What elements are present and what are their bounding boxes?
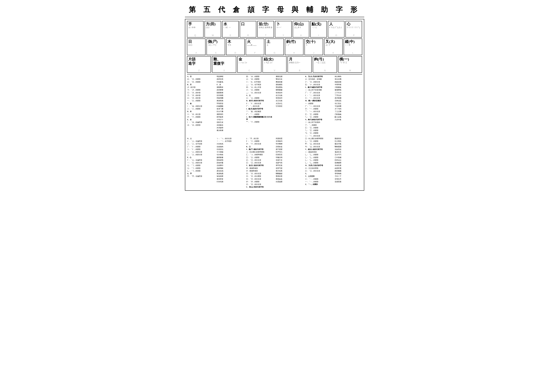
text-line: N、鉤(弓)鉤的代表字母 — [305, 119, 332, 121]
text-line: 已：「囗」的衍生形 — [246, 159, 274, 161]
text-line: 乚：「乚」的變形 — [305, 156, 332, 159]
char-key: M — [339, 69, 361, 72]
key-cell-Q: 手 㐅ㄐ丰丰 Q — [187, 21, 204, 37]
char-sub: く弋乙 ├ト — [264, 61, 285, 69]
text-line: 乙駝跑她 — [335, 113, 362, 116]
text-line: 打扶托插 — [217, 181, 244, 183]
char-sub — [188, 66, 210, 69]
text-line: C、金 — [187, 102, 214, 105]
bottom-text: A、日曰：「日」的變形囗：「日」的橫形B、月夕：斜月形刁：「夕」的變形冂：「月」… — [187, 74, 362, 189]
char-main: 橫(一) — [339, 57, 361, 61]
text-line: 邦貴契慧 — [276, 137, 303, 140]
text-line: 沐消滲滑 — [217, 127, 244, 129]
text-column-2: 垩：「水」的變形义：「水」的變形∺：「火」在字尾形灬：「火」在字尾形些：「火」的… — [246, 75, 274, 137]
text-line: 义：「水」的變形 — [246, 78, 274, 80]
text-line: 罕骨受堂 — [217, 102, 244, 105]
text-line: 乛：「一」的衍生形 — [305, 110, 332, 113]
text-line: 口：「月」的外形 — [187, 97, 214, 99]
text-line: 乀：「乙」的變形 — [305, 129, 332, 132]
text-line: 艹：「十」的變形 — [246, 121, 274, 123]
char-sub: 忄忄忄忄 忄忄乀 — [347, 26, 361, 34]
text-line: 冂：「月」的外形 — [187, 92, 214, 94]
text-line: B、月 — [187, 84, 214, 86]
text-line: 由苗啞電 — [335, 167, 362, 169]
text-line: 乙：「乙」的變形 — [305, 113, 332, 116]
char-key: H — [286, 52, 302, 54]
text-line: 乚：「乚」的變形 — [305, 159, 332, 161]
char-key: S — [208, 52, 224, 54]
text-line: 普共其典 — [276, 170, 303, 172]
text-line: 弓強弟費 — [335, 105, 362, 107]
text-line: 乙：「乙」的變形 — [305, 127, 332, 129]
text-line: 一：的變形 — [305, 102, 332, 105]
char-sub: 卜一㇒ — [276, 26, 290, 34]
char-key: P — [347, 34, 361, 36]
char-main: 日 — [188, 40, 204, 44]
text-line: 已：「囗」的衍生形 — [246, 162, 274, 164]
text-line: 口：「口」的衍生形 — [305, 170, 332, 172]
text-line: 囗：「日」的橫形 — [187, 81, 214, 83]
text-line: 些：「火」的上半形 — [246, 86, 274, 88]
text-line: 冰泉森余 — [217, 124, 244, 126]
char-key: I — [312, 34, 325, 36]
text-line: 灬：「火」的衍生形 — [246, 92, 274, 94]
text-line: 吉王任政 — [276, 100, 303, 102]
char-main: 手 — [188, 22, 202, 26]
text-line: 甲：「山」的衍生形 — [305, 143, 332, 145]
key-cell-Y: 卜 卜一㇒ Y — [275, 21, 291, 37]
text-line: A、日 — [187, 75, 214, 78]
text-line: 囗：「口」的變形 — [246, 156, 274, 159]
text-line: X、 — [305, 172, 332, 175]
text-line: 彳：「彳」的衍生形 — [246, 102, 274, 105]
text-line: 拿拿掌拿 — [217, 178, 244, 180]
text-line: 朋殼燃慌 — [276, 84, 303, 86]
char-main: 並(廿) — [259, 22, 273, 26]
char-key: A — [188, 52, 204, 54]
text-line: 廾：「十」的衍生形 — [246, 143, 274, 145]
text-line: 革甲世某 — [276, 164, 303, 167]
text-line: 匚：「コ」的標準體形 — [246, 154, 274, 156]
text-line: 十：「木」的主形 — [187, 113, 214, 116]
char-sub: 卜 — [306, 44, 322, 52]
text-line: 衣表良展 — [335, 164, 362, 167]
key-cell-M: 橫(一) 乛厂亓 工 M — [338, 56, 362, 73]
text-line: 被補襟梳 — [335, 89, 362, 91]
key-cell-I: 點(戈) 丶丿厶 I — [310, 21, 327, 37]
text-line: 柔也也他 — [217, 170, 244, 172]
text-line: 亓：「一」的變形 — [305, 108, 332, 110]
char-sub: 乂丿疒 — [325, 44, 341, 52]
text-line: 氏民以以 — [335, 159, 362, 161]
text-line: 三于天示 — [335, 92, 362, 94]
key-cell-T: 並(廿) 廿卅止 並井用 並 T — [257, 21, 274, 37]
text-line: 酒西四匹 — [217, 113, 244, 116]
text-line: 厶：「人」的部分形 — [187, 151, 214, 153]
text-line: R、口 — [246, 146, 274, 148]
text-line: 言母玄丹 — [335, 178, 362, 180]
text-line: 也秋五皮 — [217, 121, 244, 124]
text-line: 刁：「夕」的變形 — [187, 89, 214, 91]
char-key: O — [329, 34, 343, 36]
text-line: 甸包段隊 — [217, 175, 244, 177]
text-line: 廾：兩個對稱形 — [246, 170, 274, 172]
text-line: 忄：「心」在偏旁形 — [187, 159, 214, 161]
text-line: L、縱(中)縱的代表字母 — [305, 86, 332, 88]
text-line: 情快經惰 — [217, 159, 244, 161]
text-column-11: 囡函四目扎元電兆盤吉沖孤翳翺逛關汝如坟姑鬼逆玄玄互分巧巧亡叫喜纏氏民以以鼠獺鋪寶… — [334, 137, 362, 189]
text-line: 厂：「厂」的衍生形 — [305, 92, 332, 94]
text-column-1: 明晶輝昭昌星炅昆巴色象兔F、火朋股剛有炎然黎黎戀戀曹甫目目助觀同南用圈奥奥典換罕… — [216, 75, 244, 137]
text-line: 任佰佰估 — [217, 148, 244, 151]
char-sub: ｜ㄔ亭 — [345, 44, 361, 52]
text-line: 目目助觀 — [217, 94, 244, 97]
text-line: 亂九朵氣 — [335, 116, 362, 118]
key-cell-F: 火 灬灬炎 灬灬 F — [246, 39, 264, 55]
text-line: 了：「」的橫形 — [305, 124, 332, 126]
char-sub: 丶丿厶 — [312, 26, 325, 34]
text-line: 今今愈驗 — [217, 151, 244, 153]
key-cell-S: 側(尸) コ匚⌐ 广匸 S — [206, 39, 225, 55]
text-line: 囡函四目 — [335, 137, 362, 140]
text-line: ナ：「大」的部分形 — [305, 81, 332, 83]
key-cell-U: 仰(山) 凵乚丰 丬 U — [293, 21, 309, 37]
text-line: 丱：「丱」的變形 — [246, 181, 274, 183]
key-cell-K: 叉(大) 乂丿疒 K — [324, 39, 343, 55]
text-line: 尿尺屋屋 — [276, 148, 303, 151]
